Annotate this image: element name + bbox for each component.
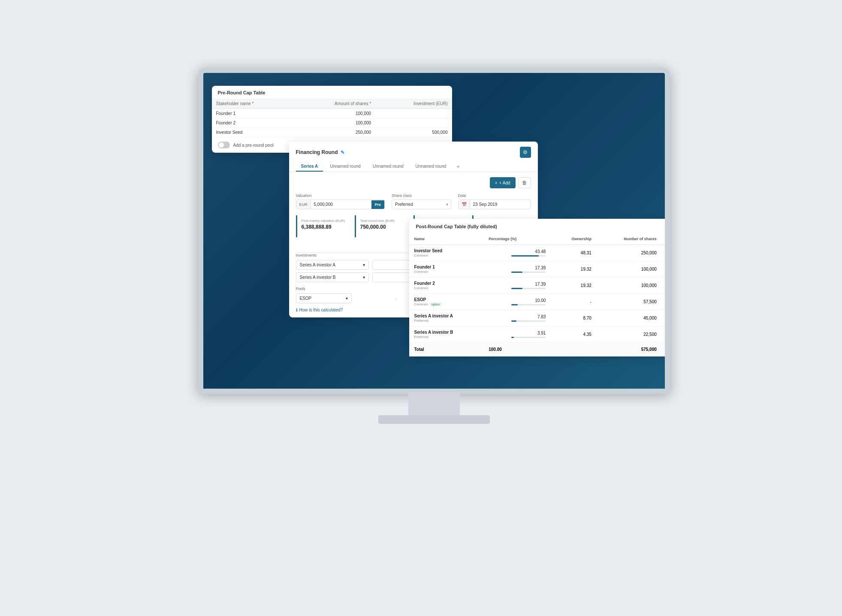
post-stakeholder-1: Founder 1 Common (409, 261, 484, 278)
pct-bar-container-5 (511, 337, 546, 338)
post-ownership-3: - (551, 294, 597, 310)
post-total-row: Total 100.00 575,000 (409, 343, 670, 356)
post-total-address (662, 343, 670, 356)
metric-label-0: Post-money valuation (EUR) (302, 219, 347, 223)
share-class-label: Share class (392, 193, 451, 198)
post-pct-2: 17.39 (483, 278, 551, 294)
valuation-label: Valuation (296, 193, 385, 198)
how-calculated-text: How is this calculated? (299, 308, 343, 312)
post-col-header-4: Address (662, 233, 670, 245)
post-shares-4: 45,000 (597, 310, 662, 326)
pre-round-table: Stakeholder name * Amount of shares * In… (212, 99, 452, 137)
share-class-select[interactable]: Preferred Common (392, 200, 443, 209)
investor-select-1[interactable]: Series A investor B ▾ (296, 272, 369, 282)
pre-round-col-shares: Amount of shares * (295, 99, 375, 109)
pct-bar-0 (511, 255, 539, 257)
tab-unnamed-2[interactable]: Unnamed round (368, 162, 409, 172)
pre-round-col-investment: Investment (EUR) (375, 99, 452, 109)
toggle-switch[interactable] (218, 142, 230, 148)
post-pct-5: 3.91 (483, 326, 551, 343)
post-total-ownership (551, 343, 597, 356)
add-delete-row: + + Add 🗑 (296, 177, 531, 188)
pre-round-shares: 100,000 (295, 109, 375, 118)
metric-label-1: Total round size (EUR) (360, 219, 406, 223)
pre-round-row: Founder 2 100,000 (212, 118, 452, 128)
tab-unnamed-3[interactable]: Unnamed round (410, 162, 452, 172)
gear-button[interactable]: ⚙ (520, 147, 531, 158)
pre-badge[interactable]: Pre (371, 200, 385, 209)
pct-bar-container-0 (511, 255, 546, 257)
post-total-pct: 100.00 (483, 343, 551, 356)
pre-round-investment: 500,000 (375, 128, 452, 137)
post-address-4 (662, 310, 670, 326)
share-class-group: Share class Preferred Common ▾ (392, 193, 451, 209)
add-icon: + (495, 181, 498, 185)
post-ownership-4: 8.70 (551, 310, 597, 326)
delete-button[interactable]: 🗑 (518, 177, 531, 188)
pre-round-stakeholder: Investor Seed (212, 128, 295, 137)
post-col-header-3: Number of shares (597, 233, 662, 245)
pct-bar-4 (511, 320, 516, 322)
pct-bar-container-2 (511, 288, 546, 289)
post-round-card: Post-Round Cap Table (fully diluted) Nam… (409, 219, 670, 356)
post-shares-1: 100,000 (597, 261, 662, 278)
post-pct-4: 7.83 (483, 310, 551, 326)
add-button[interactable]: + + Add (490, 177, 516, 188)
post-ownership-2: 19.32 (551, 278, 597, 294)
pre-round-investment (375, 118, 452, 128)
tab-unnamed-1[interactable]: Unnamed round (325, 162, 366, 172)
pre-round-shares: 100,000 (295, 118, 375, 128)
metric-box-0: Post-money valuation (EUR) 6,388,888.89 (296, 215, 351, 237)
post-ownership-0: 48.31 (551, 245, 597, 261)
form-fields-row: Valuation EUR Pre Share class (296, 193, 531, 209)
financing-title: Financing Round ✎ (296, 149, 344, 155)
post-address-1 (662, 261, 670, 278)
monitor-stand-top (408, 392, 460, 418)
pct-bar-container-1 (511, 272, 546, 273)
valuation-input[interactable] (311, 200, 371, 209)
pct-bar-3 (511, 304, 517, 305)
post-round-title: Post-Round Cap Table (fully diluted) (409, 219, 670, 233)
share-class-input-group: Preferred Common ▾ (392, 199, 451, 209)
metric-value-0: 6,388,888.89 (302, 224, 347, 230)
investor-select-0[interactable]: Series A investor A ▾ (296, 260, 369, 270)
pct-bar-5 (511, 337, 514, 338)
post-stakeholder-0: Investor Seed Common (409, 245, 484, 261)
post-round-row: Founder 1 Common 17.39 19.32 100,000 (409, 261, 670, 278)
post-stakeholder-4: Series A investor A Preferred (409, 310, 484, 326)
col-empty (303, 246, 421, 250)
post-address-0 (662, 245, 670, 261)
scene: Pre-Round Cap Table Stakeholder name * A… (121, 51, 721, 565)
pre-round-stakeholder: Founder 2 (212, 118, 295, 128)
post-round-row: Series A investor B Preferred 3.91 4.35 … (409, 326, 670, 343)
post-round-row: Founder 2 Common 17.39 19.32 100,000 (409, 278, 670, 294)
post-ownership-1: 19.32 (551, 261, 597, 278)
post-shares-0: 250,000 (597, 245, 662, 261)
date-input-group: 📅 (458, 199, 531, 209)
date-input[interactable] (470, 200, 531, 209)
post-col-header-1: Percentage (%) (483, 233, 551, 245)
post-pct-1: 17.39 (483, 261, 551, 278)
post-total-label: Total (409, 343, 484, 356)
currency-prefix: EUR (296, 200, 311, 209)
toggle-knob (219, 142, 224, 148)
pre-round-stakeholder: Founder 1 (212, 109, 295, 118)
post-round-row: Investor Seed Common 43.48 48.31 250,000 (409, 245, 670, 261)
pct-bar-container-4 (511, 320, 546, 322)
post-pct-3: 10.00 (483, 294, 551, 310)
tab-series-a[interactable]: Series A (296, 162, 323, 172)
pct-bar-2 (511, 288, 522, 289)
valuation-input-group: EUR Pre (296, 199, 385, 209)
pct-bar-container-3 (511, 304, 546, 305)
pre-round-row: Investor Seed 250,000 500,000 (212, 128, 452, 137)
post-stakeholder-5: Series A investor B Preferred (409, 326, 484, 343)
monitor-screen: Pre-Round Cap Table Stakeholder name * A… (198, 68, 670, 394)
add-pool-label: Add a pre-round pool (233, 143, 274, 148)
edit-icon[interactable]: ✎ (341, 150, 344, 155)
tabs-row: Series A Unnamed round Unnamed round Unn… (289, 158, 538, 172)
calendar-icon: 📅 (459, 200, 470, 209)
pool-select-0[interactable]: ESOP ▾ (296, 293, 352, 303)
tab-add-button[interactable]: + (453, 161, 463, 172)
date-group: Date 📅 (458, 193, 531, 209)
post-round-row: Series A investor A Preferred 7.83 8.70 … (409, 310, 670, 326)
